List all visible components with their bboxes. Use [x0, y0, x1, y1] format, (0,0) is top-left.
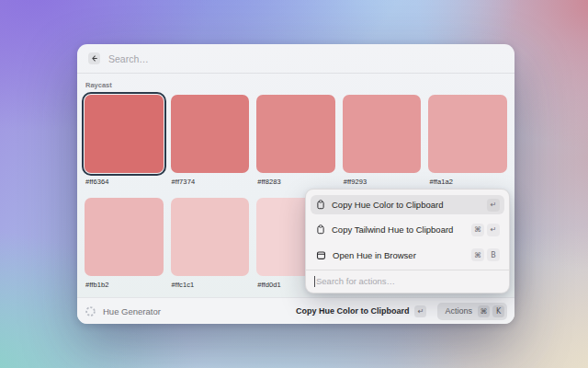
return-key-icon: ↵ — [414, 305, 426, 317]
primary-action-button[interactable]: Copy Hue Color to Clipboard — [296, 306, 410, 316]
footer-extension: Hue Generator — [85, 305, 296, 317]
footer-bar: Hue Generator Copy Hue Color to Clipboar… — [77, 297, 514, 324]
clipboard-icon — [316, 224, 325, 235]
browser-window-icon — [316, 250, 326, 260]
footer-actions: Copy Hue Color to Clipboard ↵ Actions ⌘ … — [296, 303, 507, 320]
return-key-icon: ↵ — [487, 199, 500, 212]
command-key-icon: ⌘ — [471, 248, 484, 261]
color-swatch[interactable] — [171, 95, 250, 173]
return-key-icon: ↵ — [487, 224, 500, 236]
actions-search-bar — [311, 270, 504, 293]
color-swatch[interactable] — [428, 95, 507, 173]
actions-button[interactable]: Actions ⌘ K — [437, 303, 507, 320]
command-key-icon: ⌘ — [478, 305, 490, 317]
search-input[interactable] — [108, 53, 503, 64]
hue-generator-spinner-icon — [85, 305, 96, 317]
raycast-window: Raycast #ff6364 #ff7374 #ff8283 #ff9293 — [77, 44, 514, 324]
k-key-icon: K — [492, 305, 504, 317]
b-key-icon: B — [487, 248, 500, 261]
swatch-hex-label: #ffc1c1 — [172, 281, 250, 289]
menu-item-copy-tailwind-hue[interactable]: Copy Tailwind Hue to Clipboard ⌘ ↵ — [311, 217, 504, 242]
swatch-hex-label: #ff6364 — [85, 178, 164, 186]
section-label: Raycast — [85, 81, 507, 89]
back-button[interactable] — [88, 52, 100, 64]
shortcut-keys: ↵ — [487, 199, 500, 212]
actions-popup: Copy Hue Color to Clipboard ↵ Copy Tailw… — [305, 189, 510, 293]
menu-item-open-hue-browser[interactable]: Open Hue in Browser ⌘ B — [311, 243, 504, 268]
swatch-hex-label: #ffa1a2 — [429, 178, 507, 186]
swatch-hex-label: #ff7374 — [172, 178, 250, 186]
color-swatch-cell[interactable]: #ff7374 — [171, 95, 250, 186]
command-key-icon: ⌘ — [471, 224, 484, 236]
text-caret — [314, 276, 315, 287]
color-swatch[interactable] — [343, 95, 422, 173]
color-swatch-cell[interactable]: #ff6364 — [85, 95, 164, 186]
clipboard-icon — [316, 200, 325, 210]
color-swatch-cell[interactable]: #ffb1b2 — [85, 198, 164, 289]
color-swatch-cell[interactable]: #ffc1c1 — [171, 198, 250, 289]
menu-item-copy-hue-color[interactable]: Copy Hue Color to Clipboard ↵ — [311, 195, 504, 214]
color-swatch-cell[interactable]: #ffa1a2 — [428, 95, 507, 186]
extension-name: Hue Generator — [103, 306, 161, 316]
swatch-hex-label: #ffb1b2 — [85, 281, 164, 289]
swatch-hex-label: #ff9293 — [344, 178, 422, 186]
actions-search-input[interactable] — [316, 276, 501, 286]
shortcut-keys: ⌘ ↵ — [471, 224, 500, 236]
arrow-left-icon — [90, 54, 98, 63]
search-header — [77, 44, 514, 74]
actions-button-label: Actions — [445, 306, 472, 316]
color-swatch-cell[interactable]: #ff9293 — [343, 95, 422, 186]
swatch-hex-label: #ff8283 — [257, 178, 335, 186]
color-swatch[interactable] — [85, 198, 164, 276]
color-swatch[interactable] — [171, 198, 250, 276]
menu-item-label: Open Hue in Browser — [333, 250, 465, 260]
menu-item-label: Copy Tailwind Hue to Clipboard — [332, 224, 465, 235]
color-swatch-selected[interactable] — [85, 95, 164, 173]
color-swatch-cell[interactable]: #ff8283 — [256, 95, 335, 186]
shortcut-keys: ⌘ B — [471, 248, 500, 261]
menu-item-label: Copy Hue Color to Clipboard — [332, 200, 481, 210]
color-swatch[interactable] — [256, 95, 335, 173]
